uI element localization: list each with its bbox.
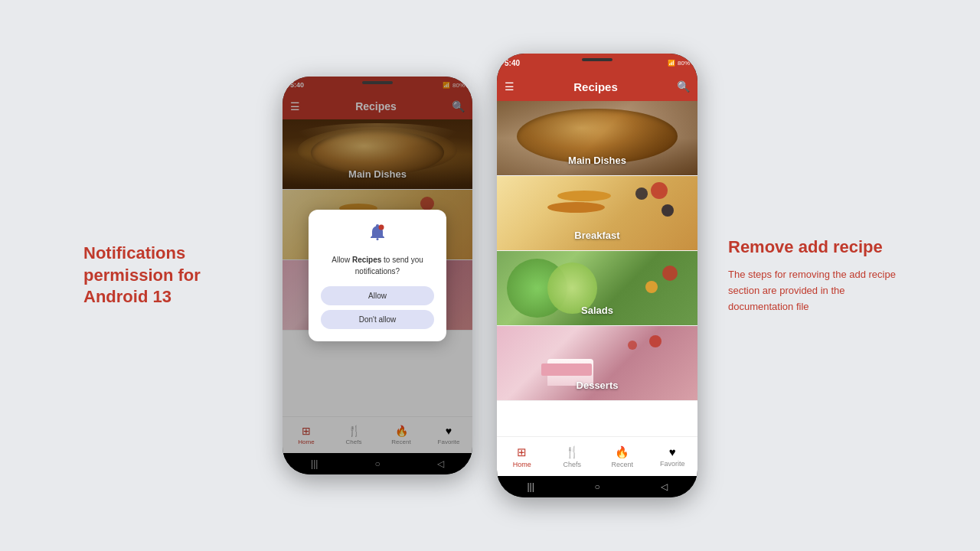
dialog-overlay: Allow Recipes to send you notifications?… — [283, 77, 472, 474]
category-desserts-right[interactable]: Desserts — [497, 326, 697, 401]
svg-point-1 — [379, 225, 384, 230]
category-label-breakfast-right: Breakfast — [497, 230, 697, 241]
nav-chefs-right[interactable]: 🍴 Chefs — [547, 437, 598, 476]
favorite-icon-right: ♥ — [669, 445, 676, 458]
recents-btn-right[interactable]: ◁ — [661, 481, 668, 492]
home-btn-right[interactable]: ○ — [595, 481, 600, 492]
sys-nav-right: ||| ○ ◁ — [497, 476, 697, 497]
battery-pct-right: 80% — [678, 60, 690, 67]
category-main-dishes-right[interactable]: Main Dishes — [497, 101, 697, 176]
recent-icon-right: 🔥 — [615, 445, 629, 459]
category-label-desserts-right: Desserts — [497, 380, 697, 391]
phone-right-content: 5:40 📶 80% ☰ Recipes 🔍 — [497, 54, 697, 497]
bell-icon — [321, 222, 434, 248]
app-bar-right: ☰ Recipes 🔍 — [497, 72, 697, 101]
nav-favorite-label-right: Favorite — [660, 460, 685, 468]
category-list-right: Main Dishes Breakfast — [497, 101, 697, 436]
category-label-salads-right: Salads — [497, 305, 697, 316]
nav-chefs-label-right: Chefs — [563, 461, 581, 468]
deny-button[interactable]: Don't allow — [321, 310, 434, 329]
category-breakfast-right[interactable]: Breakfast — [497, 176, 697, 251]
nav-recent-right[interactable]: 🔥 Recent — [597, 437, 648, 476]
nav-home-right[interactable]: ⊞ Home — [497, 437, 547, 476]
app-title-right: Recipes — [573, 80, 618, 93]
left-title: Notifications permission for Android 13 — [83, 243, 252, 308]
phone-left: 5:40 📶 80% ☰ Recipes 🔍 — [283, 77, 472, 474]
category-label-main-dishes-right: Main Dishes — [497, 155, 697, 166]
right-description: The steps for removing the add recipe se… — [728, 267, 897, 315]
phone-speaker-right — [582, 58, 612, 61]
allow-button[interactable]: Allow — [321, 286, 434, 305]
right-annotation: Remove add recipe The steps for removing… — [728, 236, 897, 315]
search-icon-right[interactable]: 🔍 — [677, 80, 690, 93]
nav-recent-label-right: Recent — [611, 461, 633, 468]
category-salads-right[interactable]: Salads — [497, 251, 697, 326]
battery-icon-right: 📶 — [668, 60, 675, 67]
right-title: Remove add recipe — [728, 236, 897, 259]
bottom-nav-right: ⊞ Home 🍴 Chefs 🔥 Recent ♥ Favorite — [497, 436, 697, 476]
back-btn-right[interactable]: ||| — [527, 481, 534, 492]
home-icon-right: ⊞ — [517, 445, 527, 459]
notification-dialog: Allow Recipes to send you notifications?… — [309, 210, 446, 341]
svg-point-0 — [377, 238, 379, 240]
phones-container: 5:40 📶 80% ☰ Recipes 🔍 — [283, 54, 697, 497]
time-right: 5:40 — [505, 59, 520, 67]
status-icons-right: 📶 80% — [668, 60, 690, 67]
left-annotation: Notifications permission for Android 13 — [83, 243, 252, 308]
phone-speaker-left — [362, 81, 393, 84]
nav-home-label-right: Home — [513, 461, 531, 468]
phone-left-content: 5:40 📶 80% ☰ Recipes 🔍 — [283, 77, 472, 474]
menu-icon-right[interactable]: ☰ — [505, 80, 514, 93]
dialog-text: Allow Recipes to send you notifications? — [321, 254, 434, 277]
nav-favorite-right[interactable]: ♥ Favorite — [648, 437, 698, 476]
status-bar-right: 5:40 📶 80% — [497, 54, 697, 72]
chefs-icon-right: 🍴 — [565, 445, 580, 459]
phone-right: 5:40 📶 80% ☰ Recipes 🔍 — [497, 54, 697, 497]
